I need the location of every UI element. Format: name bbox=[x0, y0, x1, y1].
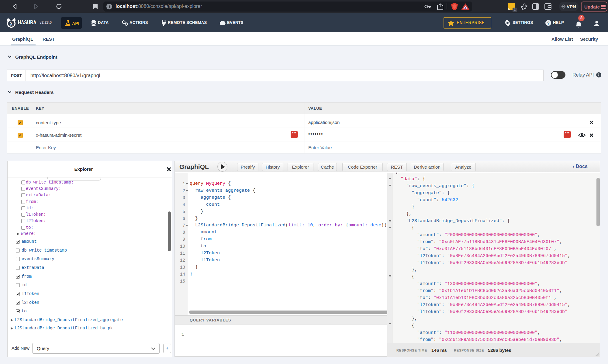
svg-text:λ: λ bbox=[10, 21, 13, 26]
svg-text:?: ? bbox=[547, 21, 550, 26]
